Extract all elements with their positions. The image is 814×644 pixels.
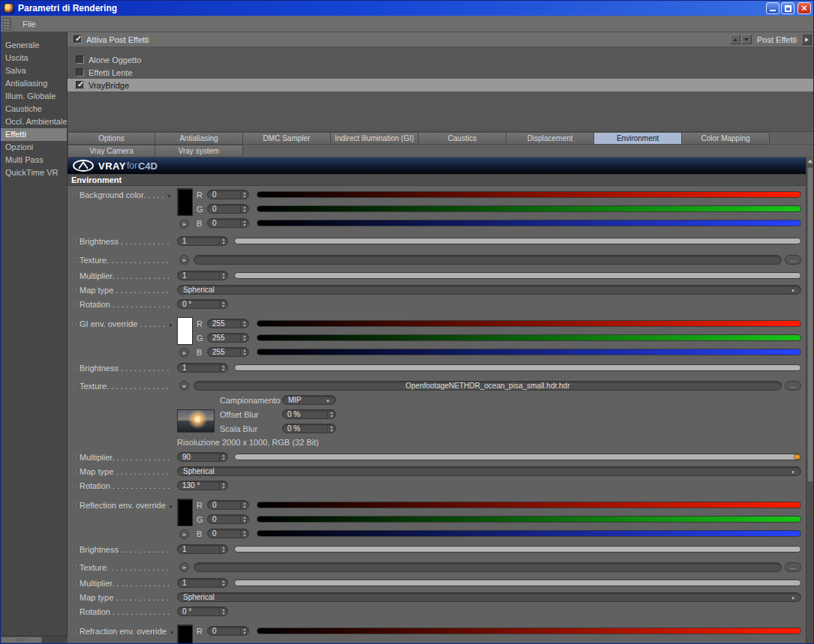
tab-displacement[interactable]: Displacement [506,132,594,145]
color-expand-button[interactable] [179,219,189,229]
multiplier-field[interactable]: 1 [177,271,228,280]
green-slider[interactable] [257,516,801,523]
alone-oggetto-checkbox[interactable] [76,55,84,64]
list-item-vraybridge[interactable]: VrayBridge [68,79,813,91]
list-item-alone-oggetto[interactable]: Alone Oggetto [68,53,813,66]
spinner-icon[interactable] [240,205,248,213]
r-value-field[interactable]: 0 [207,626,249,636]
r-value-field[interactable]: 0 [207,190,249,199]
red-slider[interactable] [257,502,801,508]
brightness-slider[interactable] [234,364,801,371]
g-value-field[interactable]: 0 [207,514,249,524]
red-slider[interactable] [257,191,801,198]
maximize-button[interactable] [781,2,794,14]
green-slider[interactable] [257,205,801,212]
expand-triangle-icon[interactable] [169,501,173,510]
red-slider[interactable] [257,628,801,634]
sidebar-item-generale[interactable]: Generale [1,39,67,52]
sidebar-horizontal-scrollbar[interactable] [1,636,68,643]
scale-blur-field[interactable]: 0 % [282,424,336,433]
tab-environment[interactable]: Environment [594,132,682,145]
color-expand-button[interactable] [179,529,189,539]
g-value-field[interactable]: 255 [207,333,249,343]
list-item-effetti-lente[interactable]: Effetti Lente [68,66,813,79]
expand-triangle-icon[interactable] [167,190,172,199]
sidebar-item-effetti[interactable]: Effetti [1,128,67,141]
vraybridge-checkbox[interactable] [76,81,84,89]
spinner-icon[interactable] [240,334,248,342]
map-type-dropdown[interactable]: Spherical [177,592,801,602]
spinner-icon[interactable] [240,529,248,538]
spinner-icon[interactable] [219,607,227,616]
minimize-button[interactable] [766,2,779,14]
spinner-icon[interactable] [240,515,248,523]
brightness-field[interactable]: 1 [177,236,228,246]
multiplier-field[interactable]: 90 [177,452,228,462]
blue-slider[interactable] [257,220,801,226]
effetti-lente-checkbox[interactable] [76,68,84,76]
sidebar-item-salva[interactable]: Salva [1,64,67,77]
tab-antialiasing[interactable]: Antialiasing [155,132,243,145]
b-value-field[interactable]: 0 [207,218,249,228]
tab-indirect-illumination[interactable]: Indirect illumination (GI) [331,132,419,145]
texture-expand-button[interactable] [179,381,189,391]
blue-slider[interactable] [257,349,801,355]
spinner-icon[interactable] [219,237,227,245]
refraction-override-swatch[interactable] [177,625,193,643]
move-up-button[interactable] [730,34,740,44]
expand-triangle-icon[interactable] [170,627,174,636]
rotation-field[interactable]: 130 ° [177,481,228,490]
sidebar-item-multi-pass[interactable]: Multi Pass [1,154,67,166]
browse-button[interactable]: ... [785,381,801,391]
sidebar-item-caustiche[interactable]: Caustiche [1,103,67,115]
map-type-dropdown[interactable]: Spherical [177,466,801,476]
green-slider[interactable] [257,334,801,341]
spinner-icon[interactable] [219,300,227,308]
background-color-swatch[interactable] [177,188,193,216]
sidebar-item-illum-globale[interactable]: Illum. Globale [1,90,67,103]
close-button[interactable] [797,2,811,14]
multiplier-field[interactable]: 1 [177,578,228,588]
multiplier-slider[interactable] [234,272,801,279]
browse-button[interactable]: ... [785,562,801,572]
b-value-field[interactable]: 255 [207,347,249,357]
spinner-icon[interactable] [240,319,248,328]
color-expand-button[interactable] [179,348,189,358]
move-down-button[interactable] [741,34,752,44]
scroll-up-button[interactable] [806,157,814,166]
brightness-slider[interactable] [234,238,801,244]
g-value-field[interactable]: 0 [207,204,249,214]
tab-color-mapping[interactable]: Color Mapping [682,132,770,145]
tab-dmc-sampler[interactable]: DMC Sampler [243,132,331,145]
title-bar[interactable]: Parametri di Rendering [1,1,813,16]
rotation-field[interactable]: 0 ° [177,299,228,309]
r-value-field[interactable]: 0 [207,500,249,510]
sidebar-item-quicktime-vr[interactable]: QuickTime VR [1,166,67,179]
rotation-field[interactable]: 0 ° [177,607,228,616]
reflection-override-swatch[interactable] [177,499,193,526]
spinner-icon[interactable] [219,271,227,280]
multiplier-slider[interactable] [234,580,801,586]
spinner-icon[interactable] [219,579,227,587]
browse-button[interactable]: ... [785,255,801,265]
spinner-icon[interactable] [240,348,248,356]
spinner-icon[interactable] [240,190,248,199]
offset-blur-field[interactable]: 0 % [282,409,336,419]
blue-slider[interactable] [257,530,801,537]
expand-triangle-icon[interactable] [168,319,173,328]
sidebar-item-opzioni[interactable]: Opzioni [1,141,67,154]
gi-override-swatch[interactable] [177,317,193,345]
spinner-icon[interactable] [219,453,227,461]
sidebar-item-occl-ambientale[interactable]: Occl. Ambientale [1,115,67,128]
spinner-icon[interactable] [327,424,335,433]
red-slider[interactable] [257,320,801,327]
sidebar-item-antialiasing[interactable]: Antialiasing [1,77,67,90]
scrollbar-handle[interactable] [1,637,42,643]
hdr-texture-thumbnail[interactable] [177,409,215,433]
spinner-icon[interactable] [219,364,227,372]
texture-expand-button[interactable] [179,255,189,265]
texture-field[interactable] [194,255,782,265]
texture-expand-button[interactable] [179,562,189,572]
multiplier-slider[interactable] [234,454,801,460]
grip-icon[interactable] [3,18,11,30]
